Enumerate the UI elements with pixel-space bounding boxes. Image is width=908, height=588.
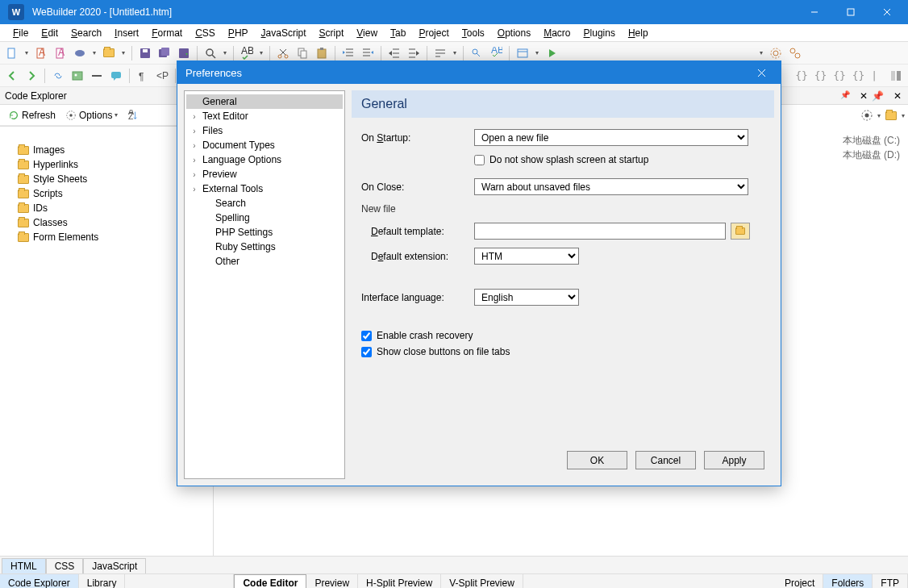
copy-icon[interactable]: [294, 44, 311, 62]
comment-icon[interactable]: [107, 67, 125, 85]
nav-item-search[interactable]: Search: [186, 196, 343, 211]
open-folder-icon[interactable]: [882, 106, 900, 124]
pin-icon[interactable]: 📌: [868, 90, 887, 102]
save-icon[interactable]: [136, 44, 154, 62]
tab-css[interactable]: CSS: [46, 558, 84, 573]
nav-item-ruby-settings[interactable]: Ruby Settings: [186, 240, 343, 254]
dropdown-arrow-icon[interactable]: ▾: [23, 49, 31, 56]
menu-script[interactable]: Script: [313, 26, 351, 40]
menu-plugins[interactable]: Plugins: [577, 26, 622, 40]
tab-code-explorer[interactable]: Code Explorer: [0, 574, 79, 588]
nav-item-files[interactable]: ›Files: [186, 123, 343, 138]
menu-project[interactable]: Project: [412, 26, 455, 40]
tab-code-editor[interactable]: Code Editor: [234, 574, 306, 588]
menu-tools[interactable]: Tools: [456, 26, 491, 40]
new-file-icon[interactable]: [3, 44, 21, 62]
back-icon[interactable]: [3, 67, 21, 85]
nav-item-spelling[interactable]: Spelling: [186, 211, 343, 225]
tab-v-split[interactable]: V-Split Preview: [441, 574, 523, 588]
menu-view[interactable]: View: [350, 26, 384, 40]
menu-php[interactable]: PHP: [222, 26, 255, 40]
indent-right-icon[interactable]: [359, 44, 377, 62]
dropdown-arrow-icon[interactable]: ▾: [451, 49, 459, 56]
dropdown-arrow-icon[interactable]: ▾: [877, 112, 881, 119]
default-template-input[interactable]: [474, 223, 726, 240]
interface-lang-select[interactable]: English: [474, 289, 579, 306]
search-icon[interactable]: [202, 44, 219, 62]
image-icon[interactable]: [69, 67, 86, 85]
dialog-close-button[interactable]: [750, 61, 773, 84]
cut-icon[interactable]: [274, 44, 292, 62]
gear-icon[interactable]: [767, 44, 785, 62]
on-startup-select[interactable]: Open a new file: [474, 129, 748, 146]
tab-ftp[interactable]: FTP: [873, 574, 908, 588]
sort-az-icon[interactable]: AZ: [124, 108, 142, 123]
pin-icon[interactable]: 📌: [837, 90, 853, 102]
menu-macro[interactable]: Macro: [537, 26, 577, 40]
browse-button[interactable]: [731, 223, 750, 240]
indent-icon[interactable]: [405, 44, 423, 62]
minimize-button[interactable]: [796, 0, 832, 24]
nav-item-preview[interactable]: ›Preview: [186, 167, 343, 181]
apply-button[interactable]: Apply: [704, 451, 764, 469]
indent-left-icon[interactable]: [339, 44, 357, 62]
close-icon[interactable]: ✕: [890, 90, 905, 102]
cancel-button[interactable]: Cancel: [635, 451, 696, 469]
spellcheck-icon[interactable]: ABC: [238, 44, 256, 62]
dropdown-arrow-icon[interactable]: ▾: [902, 112, 905, 119]
dropdown-arrow-icon[interactable]: ▾: [257, 49, 265, 56]
nav-item-php-settings[interactable]: PHP Settings: [186, 225, 343, 240]
on-close-select[interactable]: Warn about unsaved files: [474, 178, 748, 195]
menu-javascript[interactable]: JavaScript: [255, 26, 313, 40]
hr-icon[interactable]: [88, 67, 106, 85]
tab-folders[interactable]: Folders: [823, 574, 873, 588]
menu-options[interactable]: Options: [491, 26, 537, 40]
menu-file[interactable]: File: [6, 26, 35, 40]
no-splash-checkbox[interactable]: [474, 155, 485, 165]
close-buttons-checkbox[interactable]: [361, 347, 372, 357]
gears-icon[interactable]: [786, 44, 804, 62]
nav-item-document-types[interactable]: ›Document Types: [186, 138, 343, 152]
dropdown-arrow-icon[interactable]: ▾: [533, 49, 541, 56]
nav-item-language-options[interactable]: ›Language Options: [186, 152, 343, 167]
forward-icon[interactable]: [23, 67, 40, 85]
open-folder-icon[interactable]: [100, 44, 118, 62]
tab-html[interactable]: HTML: [2, 558, 46, 573]
tab-library[interactable]: Library: [79, 574, 126, 588]
dropdown-arrow-icon[interactable]: ▾: [119, 49, 127, 56]
drive-d[interactable]: 本地磁盘 (D:): [843, 148, 900, 162]
outdent-icon[interactable]: [385, 44, 403, 62]
paragraph-icon[interactable]: ¶: [134, 67, 152, 85]
options-button[interactable]: Options ▾: [62, 108, 121, 123]
preview-icon[interactable]: [514, 44, 531, 62]
menu-css[interactable]: CSS: [189, 26, 222, 40]
nav-item-general[interactable]: General: [186, 94, 343, 109]
code-icon[interactable]: <P: [153, 67, 171, 85]
menu-help[interactable]: Help: [622, 26, 655, 40]
menu-edit[interactable]: Edit: [35, 26, 65, 40]
nav-item-other[interactable]: Other: [186, 254, 343, 269]
panel-toggle-icon[interactable]: [887, 67, 905, 85]
dropdown-arrow-icon[interactable]: ▾: [757, 49, 765, 56]
tab-preview[interactable]: Preview: [306, 574, 358, 588]
save-as-icon[interactable]: [175, 44, 193, 62]
css-file-icon[interactable]: A: [52, 44, 69, 62]
link-icon[interactable]: [49, 67, 67, 85]
ok-button[interactable]: OK: [567, 451, 627, 469]
tab-h-split[interactable]: H-Split Preview: [358, 574, 441, 588]
close-button[interactable]: [868, 0, 905, 24]
crash-recovery-checkbox[interactable]: [361, 331, 372, 341]
default-extension-select[interactable]: HTM: [474, 248, 579, 265]
paste-icon[interactable]: [313, 44, 331, 62]
menu-search[interactable]: Search: [65, 26, 108, 40]
nav-item-text-editor[interactable]: ›Text Editor: [186, 109, 343, 123]
menu-tab[interactable]: Tab: [384, 26, 412, 40]
menu-insert[interactable]: Insert: [108, 26, 145, 40]
find-icon[interactable]: [468, 44, 485, 62]
nav-item-external-tools[interactable]: ›External Tools: [186, 181, 343, 196]
html-file-icon[interactable]: A: [32, 44, 50, 62]
save-all-icon[interactable]: [156, 44, 173, 62]
drive-c[interactable]: 本地磁盘 (C:): [843, 134, 900, 148]
dropdown-arrow-icon[interactable]: ▾: [221, 49, 229, 56]
tab-javascript[interactable]: JavaScript: [83, 558, 146, 573]
